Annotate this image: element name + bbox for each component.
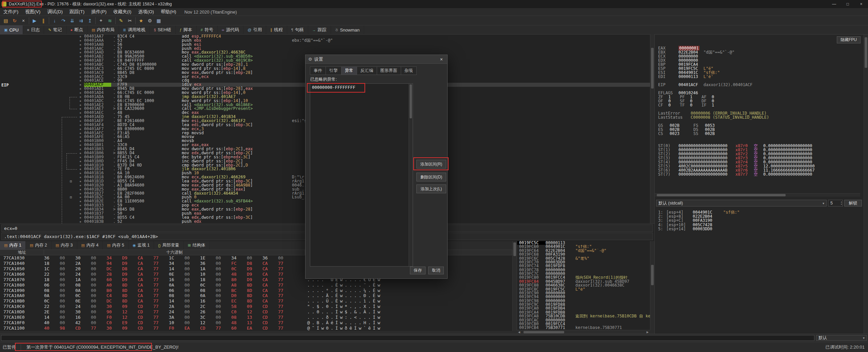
menu-plugins[interactable]: 插件(P)	[88, 9, 110, 15]
maximize-button[interactable]: □	[841, 2, 854, 6]
breakpoint-dot[interactable]: ●	[77, 75, 84, 79]
scrollbar-thumb[interactable]	[524, 331, 564, 333]
breakpoint-dot[interactable]: ●	[77, 143, 84, 147]
breakpoint-dot[interactable]: ●	[77, 55, 84, 59]
breakpoint-dot[interactable]: ●	[77, 103, 84, 107]
register-edi[interactable]: EDI00000113L'é'	[658, 75, 863, 79]
cancel-button[interactable]: 取消	[428, 267, 444, 274]
restart-icon[interactable]: ↻	[10, 17, 19, 25]
fpu-hscrollbar[interactable]	[655, 193, 860, 197]
breakpoint-dot[interactable]: ●	[77, 139, 84, 143]
breakpoint-dot[interactable]: ●	[77, 39, 84, 43]
breakpoint-dot[interactable]: ●	[77, 123, 84, 127]
registers-panel[interactable]: 隐藏FPU EAX00000001EBX022E2B04"d国"==&"`-@"…	[654, 34, 868, 334]
tab-struct[interactable]: ⊞结构体	[184, 241, 210, 250]
dump-row[interactable]: 77CA109008000A00B08DCA7706000800BC8DCA77…	[0, 288, 512, 293]
dump-header-0[interactable]: 地址	[0, 250, 44, 255]
stack-hscrollbar[interactable]: ◀ ▶	[517, 330, 650, 334]
dump-row[interactable]: 77CA10E014001600F012CD773A003C000813CD77…	[0, 315, 512, 320]
breakpoint-dot[interactable]: ●	[77, 107, 84, 111]
step-into-icon[interactable]: ↓	[50, 17, 59, 25]
breakpoint-dot[interactable]: ●	[77, 87, 84, 91]
breakpoint-dot[interactable]: ●	[77, 208, 84, 212]
tab-memory-map[interactable]: ▤内存布局	[87, 25, 119, 34]
breakpoint-dot[interactable]: ●	[77, 192, 84, 196]
goto-icon[interactable]: ⌖	[97, 17, 105, 25]
breakpoint-dot[interactable]: ●	[77, 71, 84, 75]
step-over-icon[interactable]: ↷	[59, 17, 68, 25]
tab-references[interactable]: @引用	[243, 25, 266, 34]
dialog-tab-events[interactable]: 事件	[310, 66, 326, 75]
dump-row[interactable]: 77CA10D02E0030009012CD7724002600C012CD77…	[0, 309, 512, 315]
open-file-icon[interactable]: ▤	[1, 17, 10, 25]
dump-row[interactable]: 77CA10A00A000C00C48DCA7708000A00D08DCA77…	[0, 293, 512, 298]
breakpoint-dot[interactable]: ●	[77, 155, 84, 159]
tab-locals[interactable]: {}局部变量	[154, 241, 183, 250]
register-eip[interactable]: EIP00401ACFdaxxor1(32).00401ACF	[658, 83, 863, 87]
command-input[interactable]	[1, 335, 814, 341]
trace-icon[interactable]: ≋	[105, 17, 114, 25]
dump-row[interactable]: 77CA10B00C000E00DC8DCA7714001600EC8DCA77…	[0, 298, 512, 304]
segment-row[interactable]: GS002BFS0053	[658, 123, 863, 128]
breakpoint-dot[interactable]: ●	[77, 212, 84, 216]
menu-help[interactable]: 帮助(H)	[157, 9, 180, 15]
run-icon[interactable]: ▶	[30, 17, 39, 25]
favourites-icon[interactable]: ★	[137, 17, 145, 25]
breakpoint-dot[interactable]: ●	[77, 131, 84, 135]
dialog-close-button[interactable]: ×	[438, 57, 445, 62]
tab-log[interactable]: ≡日志	[23, 25, 44, 34]
menu-debug[interactable]: 调试(D)	[44, 9, 66, 15]
scroll-right-icon[interactable]: ▶	[645, 331, 650, 334]
execute-till-return-icon[interactable]: ↥	[85, 17, 94, 25]
dialog-tab-engine[interactable]: 引擎	[326, 66, 341, 75]
exception-range-item[interactable]: 00000000-FFFFFFFF	[310, 84, 413, 91]
tab-notes[interactable]: ✎笔记	[44, 25, 66, 34]
dump-header-1[interactable]: 十六进制	[44, 250, 305, 255]
st-register-row[interactable]: ST(7)00000000000000000000x87r7空0.0000000…	[658, 172, 863, 176]
breakpoint-dot[interactable]: ●	[77, 135, 84, 139]
tab-watch-1[interactable]: ◉监视 1	[129, 241, 154, 250]
spin-up-icon[interactable]: ▴	[841, 201, 842, 203]
breakpoint-dot[interactable]: ●	[77, 35, 84, 39]
breakpoint-dot[interactable]: ●	[77, 95, 84, 99]
stack-panel[interactable]: 0019FC5C000001130019FC600044901C"sf俤:"00…	[517, 241, 650, 330]
flags-row[interactable]: ZF1PF1AF0	[658, 95, 863, 99]
spin-down-icon[interactable]: ▾	[841, 203, 842, 206]
tab-script[interactable]: ƒ脚本	[176, 25, 197, 34]
arg-row[interactable]: 4:[esp+10]005C7428	[658, 223, 739, 227]
breakpoint-dot[interactable]: ●	[77, 167, 84, 171]
breakpoint-dot[interactable]: ●	[77, 47, 84, 51]
dump-row[interactable]: 77CA10C0220024003009CD772A002C005809CD77…	[0, 304, 512, 309]
breakpoint-dot[interactable]: ●	[77, 183, 84, 188]
exceptions-list[interactable]: 00000000-FFFFFFFF	[310, 83, 413, 267]
scrollbar-thumb[interactable]	[657, 194, 786, 196]
tab-breakpoints[interactable]: ●断点	[66, 25, 88, 34]
animate-over-icon[interactable]: ⇉	[77, 17, 85, 25]
dialog-tab-misc[interactable]: 杂项	[401, 66, 417, 75]
tab-dump-5[interactable]: ▤内存 5	[103, 241, 129, 250]
flags-row[interactable]: CF0TF0IF1	[658, 103, 863, 107]
stack-row[interactable]: 0019FCB475B30771kernelbase.75B30771	[517, 326, 650, 330]
breakpoint-dot[interactable]: ●	[77, 83, 84, 87]
breakpoint-dot[interactable]: ●	[77, 115, 84, 119]
breakpoint-dot[interactable]: ●	[77, 67, 84, 71]
breakpoint-dot[interactable]: ●	[77, 43, 84, 47]
hide-fpu-button[interactable]: 隐藏FPU	[837, 36, 861, 43]
dialog-tab-exceptions[interactable]: 异常	[341, 66, 357, 75]
segment-row[interactable]: ES002BDS002B	[658, 128, 863, 132]
register-eflags[interactable]: EFLAGS00010246	[658, 91, 863, 95]
breakpoint-dot[interactable]: ●	[77, 216, 84, 220]
tab-cpu[interactable]: ▣CPU	[0, 25, 23, 34]
breakpoint-dot[interactable]: ●	[77, 147, 84, 151]
breakpoint-dot[interactable]: ●	[77, 63, 84, 67]
breakpoint-dot[interactable]: ●	[77, 163, 84, 168]
close-button[interactable]: ×	[854, 2, 868, 6]
add-range-button[interactable]: 添加区间(R)	[416, 160, 446, 169]
arg-row[interactable]: 3:[esp+C]00FA3190	[658, 218, 739, 222]
dump-row[interactable]: 77CA108006000800A08DCA770A000C00A88DCA77…	[0, 282, 512, 288]
breakpoint-dot[interactable]: ●	[77, 171, 84, 175]
breakpoint-dot[interactable]: ●	[77, 188, 84, 192]
calling-convention-select[interactable]: 默认 (stdcall) ▾	[656, 200, 827, 207]
tab-seh[interactable]: §SEH链	[150, 25, 176, 34]
tab-threads[interactable]: ∥线程	[266, 25, 287, 34]
